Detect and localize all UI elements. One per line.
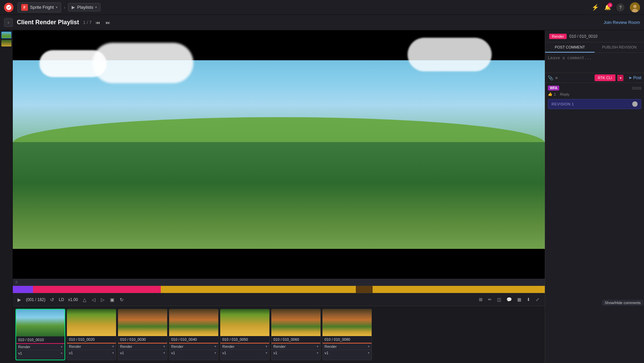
clip-render-dropdown-1[interactable]: Render▾ — [67, 343, 116, 350]
sidebar-collapse-button[interactable]: ‹ — [4, 18, 13, 27]
app-logo-icon[interactable] — [4, 3, 13, 12]
frame-counter: (001 / 182) — [26, 297, 45, 302]
clip-card-2[interactable]: 010 / 010_0030Render▾v1▾ — [118, 309, 167, 360]
playlist-selector[interactable]: ▶ Playlists ▾ — [68, 3, 101, 11]
commenter-avatar: WFA — [548, 86, 559, 91]
user-avatar[interactable] — [630, 2, 640, 12]
thumbnail-item-1[interactable] — [1, 32, 11, 38]
clip-render-label: Render — [273, 344, 286, 349]
clip-label-3: 010 / 010_0040 — [169, 336, 218, 343]
clip-render-dropdown-3[interactable]: Render▾ — [169, 343, 218, 350]
clip-version-dropdown-3[interactable]: v1▾ — [169, 350, 218, 356]
playlist-dropdown-icon: ▾ — [95, 5, 97, 9]
clip-card-3[interactable]: 010 / 010_0040Render▾v1▾ — [169, 309, 219, 360]
lightning-icon[interactable]: ⚡ — [592, 4, 599, 11]
clip-version-label: v1 — [120, 351, 124, 355]
comment-toggle-button[interactable]: 💬 — [505, 296, 513, 303]
timeline-marker: 8 — [15, 280, 17, 284]
thumbnail-item-2[interactable] — [1, 40, 11, 46]
download-button[interactable]: ⬇ — [525, 296, 532, 303]
clip-version-dropdown-0[interactable]: v1▾ — [16, 350, 65, 356]
speed-indicator: x1.00 — [68, 297, 78, 302]
playlist-next-button[interactable]: ⏭ — [104, 19, 112, 26]
cloud-1 — [39, 50, 107, 77]
attachment-icon[interactable]: 📎 — [548, 75, 553, 80]
clip-version-dropdown-6[interactable]: v1▾ — [323, 350, 372, 356]
play-button[interactable]: ▶ — [17, 296, 22, 303]
playback-controls: ▶ (001 / 182) ↺ LD x1.00 △ ◁ ▷ ▣ ↻ ⊞ ✏ ◫… — [13, 293, 545, 306]
clip-version-arrow: ▾ — [215, 351, 216, 355]
clip-version-dropdown-2[interactable]: v1▾ — [118, 350, 167, 356]
tab-publish-revision[interactable]: PUBLISH REVISION — [595, 42, 644, 53]
project-selector[interactable]: F Sprite Fright ▾ — [17, 2, 61, 12]
clip-render-label: Render — [18, 345, 30, 349]
clip-card-4[interactable]: 010 / 010_0050Render▾v1▾ — [220, 309, 270, 360]
clip-label-6: 010 / 010_0080 — [323, 336, 372, 343]
clip-label-0: 010 / 010_0010 — [16, 336, 65, 344]
cloud-3 — [408, 38, 492, 71]
clip-card-5[interactable]: 010 / 010_0060Render▾v1▾ — [271, 309, 321, 360]
loop-clip-button[interactable]: ↻ — [119, 296, 124, 303]
next-frame-button[interactable]: ▷ — [100, 296, 105, 303]
clip-render-arrow: ▾ — [317, 345, 318, 348]
clip-render-dropdown-4[interactable]: Render▾ — [220, 343, 269, 350]
breadcrumb-separator: › — [64, 5, 66, 10]
clip-render-dropdown-6[interactable]: Render▾ — [323, 343, 372, 350]
clip-render-arrow: ▾ — [163, 345, 165, 348]
like-button[interactable]: 👍 1 — [548, 92, 556, 96]
secondary-left: ‹ Client Render Playlist 1 / 7 ⏮ ⏭ — [4, 18, 112, 27]
tab-post-comment[interactable]: POST COMMENT — [545, 42, 595, 53]
clip-render-dropdown-2[interactable]: Render▾ — [118, 343, 167, 350]
top-nav: F Sprite Fright ▾ › ▶ Playlists ▾ ⚡ 🔔 3 … — [0, 0, 644, 15]
render-header: Render 010 / 010_0010 — [545, 30, 644, 42]
clip-version-dropdown-1[interactable]: v1▾ — [67, 350, 116, 356]
comment-tabs: POST COMMENT PUBLISH REVISION — [545, 42, 644, 53]
revision-label: REVISION 1 — [552, 102, 574, 106]
clip-version-dropdown-5[interactable]: v1▾ — [271, 350, 320, 356]
clip-label-2: 010 / 010_0030 — [118, 336, 167, 343]
clip-thumb-5 — [271, 309, 320, 336]
clip-render-dropdown-0[interactable]: Render▾ — [16, 344, 65, 350]
playlist-prev-button[interactable]: ⏮ — [94, 19, 102, 26]
help-icon[interactable]: ? — [616, 3, 624, 11]
clip-render-dropdown-5[interactable]: Render▾ — [271, 343, 320, 350]
notification-count: 3 — [608, 3, 612, 7]
notification-bell[interactable]: 🔔 3 — [604, 4, 611, 10]
post-label: Post — [633, 75, 641, 80]
comment-input[interactable] — [548, 56, 641, 69]
volume-button[interactable]: ◁ — [91, 296, 96, 303]
clip-card-6[interactable]: 010 / 010_0080Render▾v1▾ — [322, 309, 372, 360]
video-panel: 8 ▶ (001 / 182) ↺ LD x1.00 △ ◁ ▷ ▣ ↻ — [13, 30, 545, 363]
edit-button[interactable]: ✏ — [487, 296, 493, 303]
timeline-area[interactable]: 8 — [13, 279, 545, 293]
comment-input-area — [545, 53, 644, 73]
right-panel: Render 010 / 010_0010 POST COMMENT PUBLI… — [545, 30, 644, 363]
list-icon[interactable]: ≡ — [555, 75, 558, 80]
secondary-bar: ‹ Client Render Playlist 1 / 7 ⏮ ⏭ Join … — [0, 15, 644, 30]
clip-render-arrow: ▾ — [61, 345, 63, 349]
clip-card-0[interactable]: 010 / 010_0010Render▾v1▾ — [15, 309, 65, 360]
clip-label-5: 010 / 010_0060 — [271, 336, 320, 343]
clip-card-1[interactable]: 010 / 010_0020Render▾v1▾ — [67, 309, 116, 360]
playlist-title: Client Render Playlist — [17, 19, 79, 26]
audio-button[interactable]: △ — [82, 296, 87, 303]
playlist-name: Playlists — [77, 5, 93, 10]
status-dropdown-button[interactable]: ▾ — [617, 75, 623, 81]
expand-button[interactable]: ⤢ — [534, 296, 541, 303]
fullscreen-button[interactable]: ⊞ — [478, 296, 484, 303]
clip-version-dropdown-4[interactable]: v1▾ — [220, 350, 269, 356]
render-id: 010 / 010_0010 — [569, 34, 597, 39]
join-review-button[interactable]: Join Review Room — [604, 20, 640, 25]
nav-left: F Sprite Fright ▾ › ▶ Playlists ▾ — [4, 2, 101, 12]
clip-button[interactable]: ▣ — [109, 296, 115, 303]
annotate-button[interactable]: ◫ — [496, 296, 502, 303]
reply-button[interactable]: Reply — [560, 92, 569, 96]
video-frame[interactable] — [13, 30, 545, 279]
panel-button[interactable]: ▦ — [516, 296, 523, 303]
post-comment-button[interactable]: ➤ Post — [629, 75, 641, 80]
status-rtk-button[interactable]: RTK CLI — [595, 74, 615, 81]
revision-toggle[interactable] — [632, 101, 638, 107]
clip-label-4: 010 / 010_0050 — [220, 336, 269, 343]
clip-version-label: v1 — [18, 351, 22, 355]
loop-button[interactable]: ↺ — [49, 296, 55, 303]
